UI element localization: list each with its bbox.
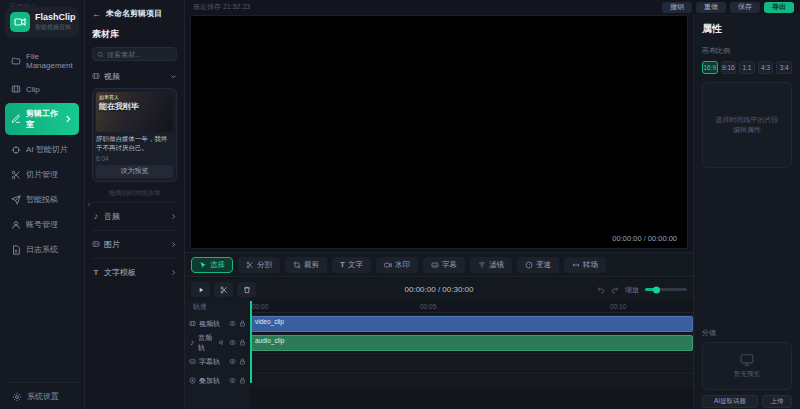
tool-speed[interactable]: 变速 — [517, 257, 559, 273]
transition-icon — [572, 261, 580, 269]
subtitle-track-header[interactable]: 字幕轨 — [185, 353, 250, 370]
media-library-panel: ← 未命名剪辑项目 素材库 视频 如果有人 能在我刚毕 辞职做自媒体一年，我终于… — [85, 0, 185, 409]
audio-clip[interactable]: audio_clip — [250, 335, 693, 351]
ratio-3-4[interactable]: 3:4 — [776, 61, 792, 74]
playhead[interactable] — [250, 301, 252, 383]
tool-crop[interactable]: 裁剪 — [285, 257, 327, 273]
properties-panel: 属性 画布比例 16:9 9:16 1:1 4:3 3:4 选择时间线中的片段编… — [693, 14, 800, 409]
export-button[interactable]: 导出 — [764, 2, 794, 13]
track-row-subtitle: 字幕轨 — [185, 353, 693, 370]
overlay-track-header[interactable]: 叠加轨 — [185, 372, 250, 389]
ai-extract-topic-button[interactable]: AI提取话题 — [702, 395, 758, 408]
lock-icon[interactable] — [239, 320, 246, 327]
chip-icon — [11, 145, 21, 155]
set-preview-button[interactable]: 设为预览 — [96, 165, 173, 178]
video-duration: 6:04 — [96, 155, 173, 162]
app-logo-icon — [10, 12, 30, 32]
ratio-4-3[interactable]: 4:3 — [758, 61, 774, 74]
scissors-icon — [246, 261, 254, 269]
audio-track-lane[interactable]: audio_clip — [250, 334, 693, 351]
storyboard-preview-box: 暂无预览 — [702, 342, 792, 390]
save-button[interactable]: 保存 — [730, 2, 760, 13]
eye-icon[interactable] — [229, 377, 236, 384]
cursor-icon — [199, 261, 207, 269]
video-clip[interactable]: video_clip — [250, 316, 693, 332]
tool-text[interactable]: T 文字 — [332, 257, 371, 273]
app-window: 应用中心 FlashClip 智能视频剪辑 File Management Cl… — [0, 0, 800, 409]
section-text-template[interactable]: T 文字模板 — [92, 258, 177, 286]
tool-subtitle[interactable]: 字幕 — [423, 257, 465, 273]
tool-split[interactable]: 分割 — [238, 257, 280, 273]
zoom-slider[interactable] — [645, 288, 687, 291]
sidebar-item-slice-management[interactable]: 切片管理 — [5, 164, 79, 185]
redo-icon[interactable] — [611, 286, 619, 294]
eye-icon[interactable] — [229, 339, 236, 346]
thumb-caption-1: 如果有人 — [99, 94, 119, 100]
material-search[interactable] — [92, 47, 177, 61]
tool-select[interactable]: 选择 — [191, 257, 233, 273]
camera-icon — [384, 261, 392, 269]
undo-button[interactable]: 撤销 — [662, 2, 692, 13]
empty-selection-hint: 选择时间线中的片段编辑属性 — [702, 82, 792, 168]
sidebar-item-label: 智能投稿 — [26, 194, 58, 205]
search-input[interactable] — [107, 51, 172, 58]
eye-icon[interactable] — [229, 358, 236, 365]
system-settings-button[interactable]: 系统设置 — [5, 382, 79, 402]
tool-filter[interactable]: 滤镜 — [470, 257, 512, 273]
back-button[interactable]: ← — [92, 9, 101, 19]
sidebar-item-file-management[interactable]: File Management — [5, 47, 79, 75]
tool-watermark[interactable]: 水印 — [376, 257, 418, 273]
lock-icon[interactable] — [239, 339, 246, 346]
ratio-16-9[interactable]: 16:9 — [702, 61, 718, 74]
folder-icon — [11, 56, 21, 66]
upload-button[interactable]: 上传 — [762, 395, 792, 408]
zoom-slider-knob[interactable] — [653, 286, 660, 293]
timeline-ruler[interactable]: 00:00 00:05 00:10 — [250, 301, 693, 313]
edit-toolbar: 选择 分割 裁剪 T 文字 水印 字幕 滤镜 变速 — [185, 252, 693, 277]
undo-icon[interactable] — [597, 286, 605, 294]
ruler-tick: 00:00 — [252, 303, 268, 310]
track-row-video: 视频轨 video_clip — [185, 315, 693, 332]
ratio-9-16[interactable]: 9:16 — [721, 61, 737, 74]
lock-icon[interactable] — [239, 377, 246, 384]
sidebar-item-log-system[interactable]: 日志系统 — [5, 239, 79, 260]
drag-hint: 拖拽到时间线添加 — [92, 189, 177, 198]
sidebar-item-clip[interactable]: Clip — [5, 79, 79, 99]
overlay-track-lane[interactable] — [250, 372, 693, 389]
section-video[interactable]: 视频 — [92, 66, 177, 86]
panel-collapse-handle[interactable]: ‹ — [85, 196, 93, 212]
project-title: 未命名剪辑项目 — [106, 8, 162, 19]
sidebar-item-smart-publish[interactable]: 智能投稿 — [5, 189, 79, 210]
sidebar-item-account-management[interactable]: 账号管理 — [5, 214, 79, 235]
library-title: 素材库 — [92, 28, 177, 41]
audio-track-header[interactable]: ♪ 音频轨 — [185, 334, 250, 351]
tool-transition[interactable]: 转场 — [564, 257, 606, 273]
section-audio[interactable]: ♪ 音频 — [92, 202, 177, 230]
video-track-header[interactable]: 视频轨 — [185, 315, 250, 332]
text-icon: T — [340, 260, 345, 269]
ruler-tick: 00:05 — [420, 303, 436, 310]
image-icon — [92, 240, 100, 248]
film-icon — [11, 84, 21, 94]
chevron-right-icon — [170, 213, 177, 220]
video-track-lane[interactable]: video_clip — [250, 315, 693, 332]
lock-icon[interactable] — [239, 358, 246, 365]
video-material-card[interactable]: 如果有人 能在我刚毕 辞职做自媒体一年，我终于不再讨厌自己。 6:04 设为预览 — [92, 88, 177, 182]
sidebar-item-ai-slicing[interactable]: AI 智能切片 — [5, 139, 79, 160]
sidebar-item-editing-studio[interactable]: 剪辑工作室 — [5, 103, 79, 135]
redo-button[interactable]: 重做 — [696, 2, 726, 13]
subtitle-track-lane[interactable] — [250, 353, 693, 370]
eye-icon[interactable] — [229, 320, 236, 327]
music-icon: ♪ — [92, 211, 100, 221]
video-preview[interactable]: 00:00:00 / 00:00:00 — [190, 15, 688, 249]
music-icon: ♪ — [189, 338, 195, 347]
cut-button[interactable] — [214, 282, 233, 297]
delete-button[interactable] — [237, 282, 256, 297]
play-button[interactable] — [191, 282, 210, 297]
storyboard-label: 分镜 — [702, 328, 792, 338]
section-image[interactable]: 图片 — [92, 230, 177, 258]
track-row-overlay: 叠加轨 — [185, 372, 693, 389]
volume-icon[interactable] — [219, 339, 226, 346]
ratio-1-1[interactable]: 1:1 — [739, 61, 755, 74]
users-icon — [11, 220, 21, 230]
